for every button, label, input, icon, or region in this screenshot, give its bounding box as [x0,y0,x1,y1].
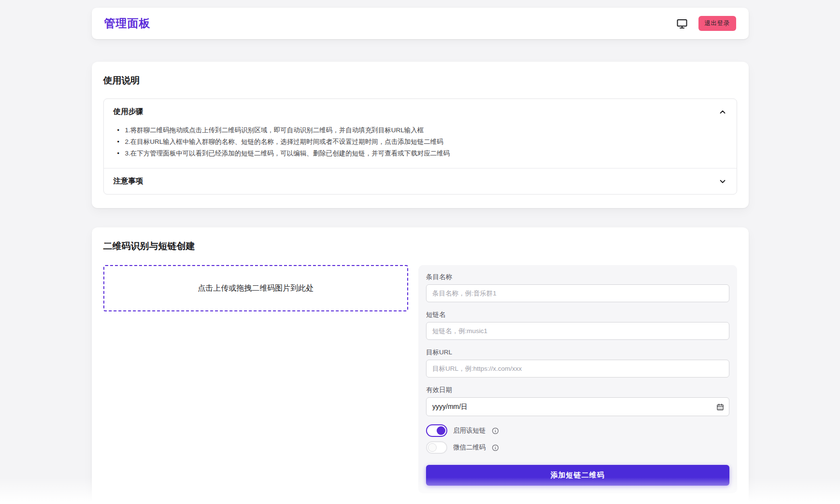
enable-shortlink-toggle[interactable] [426,424,447,437]
display-mode-button[interactable] [676,18,688,29]
enable-shortlink-label: 启用该短链 [453,426,486,435]
logout-button[interactable]: 退出登录 [698,16,736,31]
target-url-group: 目标URL [426,348,729,378]
target-url-input[interactable] [426,360,729,378]
enable-shortlink-row: 启用该短链 [426,424,729,437]
chevron-down-icon [718,177,727,186]
valid-date-group: 有效日期 [426,386,729,416]
info-icon[interactable] [492,444,499,451]
add-shortlink-button[interactable]: 添加短链二维码 [426,465,729,486]
wechat-qr-toggle[interactable] [426,441,447,454]
accordion-header-usage-steps[interactable]: 使用步骤 [104,99,737,125]
entry-name-label: 条目名称 [426,273,729,281]
short-link-input[interactable] [426,322,729,340]
entry-name-input[interactable] [426,284,729,302]
toggle-knob [437,426,445,435]
instructions-title: 使用说明 [103,74,737,87]
usage-steps-content: 1.将群聊二维码拖动或点击上传到二维码识别区域，即可自动识别二维码，并自动填充到… [104,125,737,168]
valid-date-input[interactable] [426,397,729,416]
chevron-up-icon [718,108,727,116]
dropzone-text: 点击上传或拖拽二维码图片到此处 [198,283,313,294]
usage-step-item: 3.在下方管理面板中可以看到已经添加的短链二维码，可以编辑、删除已创建的短链，并… [114,148,727,159]
usage-steps-list: 1.将群聊二维码拖动或点击上传到二维码识别区域，即可自动识别二维码，并自动填充到… [114,125,727,159]
qr-upload-dropzone[interactable]: 点击上传或拖拽二维码图片到此处 [103,265,409,311]
header: 管理面板 退出登录 [92,8,749,39]
page-shell: 管理面板 退出登录 使用说明 使用步骤 [92,0,749,504]
short-link-group: 短链名 [426,310,729,340]
target-url-label: 目标URL [426,348,729,357]
calendar-icon[interactable] [716,403,724,411]
entry-name-group: 条目名称 [426,273,729,302]
shortlink-form: 条目名称 短链名 目标URL 有效日期 [418,265,737,493]
instructions-accordion: 使用步骤 1.将群聊二维码拖动或点击上传到二维码识别区域，即可自动识别二维码，并… [103,98,737,195]
usage-steps-label: 使用步骤 [114,107,143,117]
header-actions: 退出登录 [676,16,736,31]
toggle-knob [428,443,437,452]
instructions-card: 使用说明 使用步骤 1.将群聊二维码拖动或点击上传到二维码识别区域，即可自动识别… [92,62,749,208]
notes-label: 注意事项 [114,176,143,186]
usage-step-item: 1.将群聊二维码拖动或点击上传到二维码识别区域，即可自动识别二维码，并自动填充到… [114,125,727,136]
valid-date-label: 有效日期 [426,386,729,394]
usage-step-item: 2.在目标URL输入框中输入群聊的名称、短链的名称，选择过期时间或者不设置过期时… [114,136,727,148]
valid-date-field [426,397,729,416]
accordion-header-notes[interactable]: 注意事项 [104,168,737,194]
monitor-icon [676,18,688,29]
qr-section-title: 二维码识别与短链创建 [103,240,737,252]
qr-card: 二维码识别与短链创建 点击上传或拖拽二维码图片到此处 条目名称 短链名 目标UR… [92,227,749,504]
qr-content-row: 点击上传或拖拽二维码图片到此处 条目名称 短链名 目标URL 有效日期 [103,265,737,493]
wechat-qr-row: 微信二维码 [426,441,729,454]
short-link-label: 短链名 [426,310,729,319]
page-title: 管理面板 [104,16,151,31]
info-icon[interactable] [492,427,499,434]
wechat-qr-label: 微信二维码 [453,443,486,452]
